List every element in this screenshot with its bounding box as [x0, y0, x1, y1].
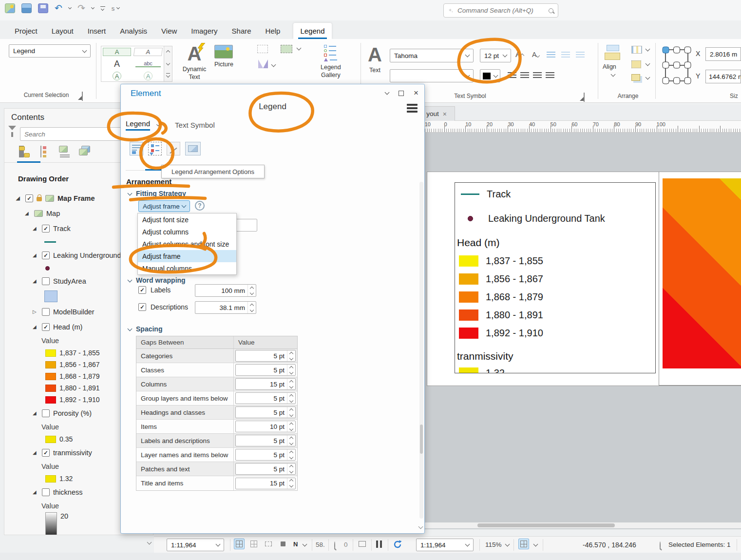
distribute-dropdown-icon[interactable] — [646, 47, 650, 52]
labels-wrap-input[interactable]: 100 mm — [195, 284, 256, 297]
spacing-value-input[interactable]: 5 pt — [235, 364, 296, 376]
descriptions-checkbox[interactable]: ✓ — [138, 303, 146, 311]
thumbnail-view-icon[interactable] — [79, 146, 92, 157]
dropdown-option[interactable]: Adjust columns and font size — [138, 238, 236, 250]
pause-drawing-icon[interactable] — [376, 541, 382, 548]
layout-grid-icon[interactable] — [234, 539, 245, 549]
thickness-checkbox[interactable] — [42, 488, 50, 496]
expander-icon[interactable]: ◢ — [33, 450, 38, 455]
open-project-icon[interactable] — [21, 3, 32, 13]
tank-point-symbol[interactable] — [45, 266, 50, 270]
fitting-strategy-dropdown[interactable]: Adjust frame — [138, 200, 190, 212]
descriptions-wrap-input[interactable]: 38.1 mm — [195, 301, 256, 314]
spacing-value-input[interactable]: 5 pt — [235, 463, 296, 475]
map-extent-dropdown-icon[interactable] — [297, 46, 302, 51]
new-project-icon[interactable] — [5, 3, 15, 13]
panel-menu-icon[interactable] — [407, 104, 418, 113]
panel-collapse-icon[interactable] — [385, 90, 390, 95]
tab-text-symbol[interactable]: Text Symbol — [175, 121, 215, 129]
element-name-input[interactable]: Legend — [121, 102, 424, 112]
study-area-symbol[interactable] — [44, 290, 57, 302]
ribbon-tab[interactable]: Legend — [293, 23, 331, 39]
dropdown-option[interactable]: Manual columns — [138, 262, 236, 274]
legend-frame-icon[interactable] — [185, 142, 201, 155]
text-style-gallery[interactable]: A A A abc A A — [101, 46, 164, 82]
north-dropdown-icon[interactable] — [303, 542, 307, 547]
filter-icon[interactable] — [8, 126, 16, 138]
edit-vertices-icon[interactable] — [263, 539, 274, 549]
expander-icon[interactable]: ◢ — [33, 324, 38, 329]
order-icon[interactable] — [631, 74, 640, 81]
shrink-font-icon[interactable]: A — [532, 51, 539, 58]
tab-legend-dropdown-icon[interactable] — [156, 122, 160, 126]
grid-dropdown-icon[interactable] — [533, 542, 538, 547]
horizontal-scrollbar-thumb[interactable] — [477, 523, 615, 527]
spacing-value-input[interactable]: 5 pt — [235, 392, 296, 404]
legend-element[interactable]: Track Leaking Underground Tank Head (m) … — [455, 182, 656, 373]
decrease-indent-icon[interactable] — [561, 52, 570, 58]
current-selection-launcher-icon[interactable] — [82, 92, 83, 101]
porosity-checkbox[interactable] — [42, 409, 50, 417]
ribbon-tab[interactable]: Help — [265, 23, 282, 39]
font-size-combo[interactable]: 12 pt — [480, 49, 511, 62]
flip-icon[interactable] — [258, 59, 268, 68]
style-a-circle2-icon[interactable]: A — [144, 72, 152, 80]
ribbon-tab[interactable]: Layout — [51, 23, 75, 39]
map-extent-icon[interactable] — [281, 45, 292, 53]
layout-scale-combo[interactable]: 1:11,964 — [416, 539, 474, 551]
layout-grid-icon-2[interactable] — [518, 539, 529, 549]
undo-icon[interactable]: ↶ — [55, 3, 62, 13]
dropdown-option[interactable]: Adjust font size — [138, 213, 236, 226]
select-element-icon[interactable] — [257, 45, 268, 53]
model-builder-checkbox[interactable] — [42, 308, 50, 316]
spacing-value-input[interactable]: 5 pt — [235, 449, 296, 461]
style-a-slant-icon[interactable]: A — [133, 48, 163, 56]
redo-dropdown-icon[interactable] — [91, 6, 95, 9]
current-selection-combo[interactable]: Legend — [9, 44, 91, 58]
increase-indent-icon[interactable] — [576, 52, 585, 58]
table-grid-icon[interactable] — [248, 539, 259, 549]
map-scale-combo[interactable]: 1:11,964 — [167, 539, 224, 551]
expander-icon[interactable]: ▷ — [33, 309, 38, 314]
distribute-icon[interactable] — [631, 46, 642, 54]
contents-scroll-down-icon[interactable] — [147, 540, 152, 545]
panel-close-icon[interactable]: × — [414, 88, 418, 98]
x-input[interactable]: 2.8016 m — [705, 47, 741, 61]
expander-icon[interactable]: ◢ — [33, 252, 38, 258]
legend-arrangement-options-icon[interactable] — [148, 142, 162, 155]
panel-scrollbar-thumb[interactable] — [420, 425, 423, 454]
align-justify-icon[interactable] — [546, 72, 554, 78]
panel-scroll-down-icon[interactable] — [418, 524, 423, 529]
zoom-percent-combo[interactable]: 115% — [485, 541, 509, 548]
refresh-icon[interactable] — [393, 540, 402, 549]
expander-icon[interactable]: ◢ — [25, 211, 31, 216]
order-dropdown-icon[interactable] — [646, 75, 650, 80]
dynamic-text-button[interactable]: A Dynamic Text — [179, 44, 209, 81]
expander-icon[interactable]: ◢ — [33, 226, 38, 231]
gallery-scroll[interactable] — [164, 46, 172, 82]
align-center-icon[interactable] — [520, 72, 529, 78]
command-search[interactable] — [443, 3, 558, 18]
flip-dropdown-icon[interactable] — [271, 62, 276, 67]
overview-frame-icon[interactable] — [357, 539, 367, 549]
bullet-list-icon[interactable] — [547, 52, 555, 58]
expander-icon[interactable]: ◢ — [33, 278, 38, 284]
study-area-checkbox[interactable] — [42, 277, 50, 285]
grow-font-icon[interactable]: A — [515, 50, 524, 59]
style-a-circled-icon[interactable]: A — [113, 72, 121, 80]
picture-button[interactable]: Picture — [214, 45, 233, 69]
track-checkbox[interactable]: ✓ — [42, 225, 50, 232]
save-icon[interactable] — [38, 3, 48, 13]
autosave-indicator[interactable]: s — [112, 5, 120, 12]
spacing-section[interactable]: Spacing — [128, 325, 162, 333]
snapping-view-icon[interactable] — [59, 146, 72, 157]
fitting-strategy-section[interactable]: Fitting Strategy — [128, 190, 186, 197]
dropdown-option[interactable]: Adjust columns — [138, 226, 236, 238]
zoom-selection-icon[interactable] — [334, 541, 335, 550]
text-button[interactable]: A Text — [368, 45, 382, 75]
group-icon[interactable] — [631, 60, 641, 68]
selected-elements-icon[interactable] — [660, 541, 661, 550]
edit-legend-icon[interactable] — [167, 142, 180, 155]
ribbon-tab[interactable]: View — [160, 23, 178, 39]
spacing-value-input[interactable]: 5 pt — [235, 406, 296, 418]
